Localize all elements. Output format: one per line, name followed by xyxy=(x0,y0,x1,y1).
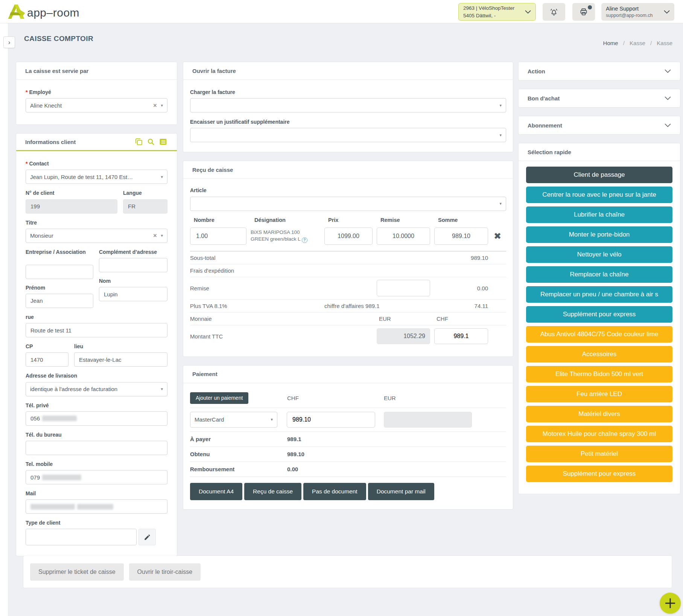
discount-row: Remise 0.00 xyxy=(190,277,506,299)
chevron-down-icon: ▾ xyxy=(499,201,502,206)
discount-field[interactable] xyxy=(377,228,430,245)
printer-badge xyxy=(588,5,592,9)
mail-field[interactable] xyxy=(26,499,167,514)
to-pay-row: À payer 989.1 xyxy=(190,431,506,446)
payment-col-eur: EUR xyxy=(384,395,396,401)
voucher-accordion[interactable]: Bon d'achat xyxy=(519,89,680,107)
collect-extra-select[interactable]: ▾ xyxy=(190,128,506,142)
phone-private-field[interactable]: 056 xyxy=(26,411,167,426)
quick-lubrifier-chaine-button[interactable]: Lubrifier la chaîne xyxy=(526,206,672,223)
phone-mobile-field[interactable]: 079 xyxy=(26,470,167,484)
chevron-down-icon xyxy=(665,123,671,127)
quick-motorex-huile-button[interactable]: Motorex Huile pour chaîne spray 300 ml xyxy=(526,426,672,442)
app-room-logo: app–room xyxy=(7,3,79,21)
refund-value: 0.00 xyxy=(287,466,298,472)
printer-icon xyxy=(579,7,589,17)
col-price: Prix xyxy=(324,217,373,223)
quick-petit-materiel-button[interactable]: Petit matériel xyxy=(526,446,672,462)
last-name-label: Nom xyxy=(99,278,167,284)
quick-remplacer-pneu-button[interactable]: Remplacer un pneu / une chambre à air s xyxy=(526,286,672,303)
search-icon[interactable] xyxy=(146,137,155,146)
col-quantity: Nombre xyxy=(190,217,246,223)
language-field xyxy=(123,199,167,214)
street-field[interactable] xyxy=(26,323,167,337)
user-menu[interactable]: Aline Support support@app-room.ch xyxy=(601,3,674,21)
subscription-accordion[interactable]: Abonnement xyxy=(519,116,680,134)
expand-sidebar-button[interactable]: › xyxy=(3,36,15,48)
breadcrumb-kasse-current[interactable]: Kasse xyxy=(657,40,672,46)
receipt-table-header: Nombre Désignation Prix Remise Somme xyxy=(190,211,506,228)
quick-accessoires-button[interactable]: Accessoires xyxy=(526,346,672,363)
quantity-field[interactable] xyxy=(190,228,246,245)
quick-centrer-roue-button[interactable]: Centrer la roue avec le pneu sur la jant… xyxy=(526,187,672,203)
quick-supplement-express-button[interactable]: Supplément pour express xyxy=(526,306,672,323)
add-button[interactable] xyxy=(660,593,681,614)
amount-field[interactable] xyxy=(434,228,488,245)
load-invoice-select[interactable]: ▾ xyxy=(190,98,506,112)
company-field[interactable] xyxy=(26,265,93,279)
quick-abus-antivol-button[interactable]: Abus Antivol 4804C/75 Code couleur lime xyxy=(526,326,672,343)
phone-office-field[interactable] xyxy=(26,441,167,455)
load-invoice-label: Charger la facture xyxy=(190,89,506,96)
chevron-down-icon xyxy=(665,69,671,73)
no-document-button[interactable]: Pas de document xyxy=(303,483,366,500)
quick-supplement-express-2-button[interactable]: Supplément pour express xyxy=(526,466,672,482)
collect-extra-label: Encaisser un justificatif supplémentaire xyxy=(190,118,506,125)
payment-title: Paiement xyxy=(183,366,513,383)
breadcrumb-kasse[interactable]: Kasse xyxy=(630,40,645,46)
salutation-select[interactable]: Monsieur ✕ ▾ xyxy=(26,229,167,243)
shop-selector-label: 2963 | VéloShopTester 5405 Dättwil, - xyxy=(463,5,525,19)
help-icon[interactable]: ? xyxy=(302,237,307,243)
action-accordion[interactable]: Action xyxy=(519,62,680,80)
delete-ticket-button[interactable]: Supprimer le ticket de caisse xyxy=(30,563,124,581)
mail-label: Mail xyxy=(26,490,167,497)
quick-nettoyer-velo-button[interactable]: Nettoyer le vélo xyxy=(526,246,672,263)
receipt-panel: Reçu de caisse Article ▾ Nombre Désignat… xyxy=(183,161,513,356)
city-field[interactable] xyxy=(74,352,167,367)
receipt-button[interactable]: Reçu de caisse xyxy=(244,483,301,500)
contact-select[interactable]: Jean Lupin, Route de test 11, 1470 Est… … xyxy=(26,170,167,184)
document-by-mail-button[interactable]: Document par mail xyxy=(368,483,434,500)
print-button[interactable] xyxy=(572,3,595,21)
client-number-label: N° de client xyxy=(26,190,117,196)
first-name-field[interactable] xyxy=(26,294,93,308)
clear-icon[interactable]: ✕ xyxy=(153,233,157,238)
quick-client-de-passage-button[interactable]: Client de passage xyxy=(526,167,672,183)
copy-icon[interactable] xyxy=(134,137,143,146)
article-select[interactable]: ▾ xyxy=(190,197,506,211)
payment-amount-chf-field[interactable] xyxy=(287,412,375,428)
total-ttc-chf-field[interactable] xyxy=(434,328,488,344)
quick-elite-bidon-button[interactable]: Elite Thermo Bidon 500 ml vert xyxy=(526,366,672,382)
quick-materiel-divers-button[interactable]: Matériel divers xyxy=(526,406,672,422)
global-discount-field[interactable] xyxy=(377,280,430,296)
redacted-text xyxy=(42,475,81,480)
clear-icon[interactable]: ✕ xyxy=(153,103,157,108)
add-payment-button[interactable]: Ajouter un paiement xyxy=(190,392,248,404)
chevron-down-icon: ▾ xyxy=(271,417,273,422)
quick-remplacer-chaine-button[interactable]: Remplacer la chaîne xyxy=(526,266,672,283)
zip-field[interactable] xyxy=(26,352,68,367)
employee-select[interactable]: Aline Knecht ✕ ▾ xyxy=(26,98,167,112)
edit-client-type-button[interactable] xyxy=(138,529,156,545)
delivery-address-select[interactable]: identique à l'adresse de facturation ▾ xyxy=(26,382,167,396)
open-drawer-button[interactable]: Ouvrir le tiroir-caisse xyxy=(129,563,201,581)
payment-method-select[interactable]: MasterCard ▾ xyxy=(190,412,277,428)
shop-selector[interactable]: 2963 | VéloShopTester 5405 Dättwil, - xyxy=(458,3,536,21)
document-a4-button[interactable]: Document A4 xyxy=(190,483,242,500)
price-field[interactable] xyxy=(324,228,373,245)
client-type-field[interactable] xyxy=(26,529,137,545)
quick-select-title: Sélection rapide xyxy=(519,143,680,161)
phone-mobile-label: Tel. mobile xyxy=(26,461,167,467)
list-icon[interactable] xyxy=(158,137,168,146)
breadcrumb-home[interactable]: Home xyxy=(603,40,618,46)
employee-label: *Employé xyxy=(26,89,167,96)
delete-line-button[interactable]: ✖ xyxy=(492,232,503,241)
last-name-field[interactable] xyxy=(99,287,167,301)
address-suffix-field[interactable] xyxy=(99,258,167,272)
quick-feu-arriere-button[interactable]: Feu arrière LED xyxy=(526,386,672,402)
quick-select-panel: Sélection rapide Client de passage Centr… xyxy=(519,143,680,494)
payment-col-chf: CHF xyxy=(287,395,299,401)
quick-monter-porte-bidon-button[interactable]: Monter le porte-bidon xyxy=(526,226,672,243)
payment-panel: Paiement Ajouter un paiement CHF EUR Mas… xyxy=(183,366,513,509)
notifications-button[interactable] xyxy=(543,3,565,21)
